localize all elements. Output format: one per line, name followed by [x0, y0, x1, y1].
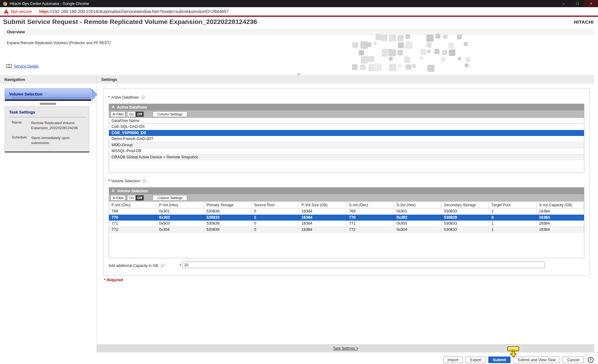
- overview-section-header: Overview: [4, 29, 594, 35]
- volume-row-selected[interactable]: 770 0x302 530833 1 16384 770 0x302 53083…: [109, 215, 584, 221]
- task-name-label: Name:: [12, 120, 22, 124]
- volume-selection-field-label: * Volume Selection:: [108, 179, 147, 183]
- cell: 769: [109, 208, 157, 214]
- collapse-double-chevron-icon: [112, 189, 115, 193]
- decorative-mosaic: [351, 34, 473, 73]
- not-secure-warning-icon[interactable]: !: [4, 9, 9, 13]
- volumes-column-settings-button[interactable]: Column Settings: [153, 195, 187, 201]
- required-note: * Required: [104, 278, 123, 282]
- volume-selection-panel-titlebar[interactable]: Volume Selection: [109, 188, 584, 194]
- active-dataflows-label-text: Active Dataflows:: [111, 95, 140, 100]
- filter-off-option[interactable]: Off: [135, 112, 144, 117]
- service-details[interactable]: Service Details: [6, 64, 39, 68]
- cell: 16384: [299, 215, 347, 221]
- minimize-icon[interactable]: –: [557, 0, 571, 7]
- required-note-text: Required: [107, 278, 123, 282]
- cursor-hint-dots: ...: [507, 346, 519, 351]
- maximize-icon[interactable]: □: [571, 0, 584, 7]
- collapse-double-chevron-icon: [112, 105, 115, 109]
- column-header[interactable]: P-Vol (Hex): [157, 202, 204, 208]
- volume-row[interactable]: 772 0x304 530839 0 16384 772 0x304 53083…: [109, 227, 584, 233]
- required-asterisk: *: [104, 278, 106, 282]
- filter-on-option[interactable]: On: [127, 112, 135, 117]
- cell: 770: [109, 215, 157, 221]
- nav-active-notch: [40, 103, 56, 105]
- dataflows-filter-toggle: On Off: [127, 111, 144, 117]
- capacity-input[interactable]: [182, 262, 545, 268]
- settings-panel-header: Settings: [97, 75, 594, 84]
- import-button[interactable]: Import: [443, 357, 463, 363]
- settings-heading: Settings: [101, 77, 117, 82]
- dataflow-row[interactable]: ORADB Global Active Device + Remote Snap…: [109, 154, 584, 161]
- volume-row[interactable]: 769 0x301 530839 0 16384 769 0x301 53083…: [109, 208, 584, 215]
- column-header[interactable]: Target Pool: [489, 202, 537, 208]
- hitachi-logo: HITACHI: [574, 19, 594, 25]
- required-asterisk: *: [108, 179, 110, 183]
- cell: 530833: [442, 221, 489, 226]
- nav-step-label: Volume Selection: [9, 92, 42, 96]
- cell: 530833: [442, 208, 489, 214]
- cursor-hint: ...: [507, 346, 520, 358]
- not-secure-label[interactable]: Not secure: [11, 9, 32, 14]
- window-title: Hitachi Ops Center Automator - Google Ch…: [10, 2, 89, 6]
- cell: 0x302: [394, 215, 442, 221]
- cursor-hint-arrow-icon: [509, 351, 517, 358]
- volume-row[interactable]: 771 0x303 530839 0 16384 771 0x303 53083…: [109, 221, 584, 227]
- cell: 16384: [537, 208, 584, 214]
- cell: 16384: [299, 221, 347, 226]
- page-title: Submit Service Request - Remote Replicat…: [3, 18, 257, 26]
- filter-on-option[interactable]: On: [127, 195, 135, 200]
- column-header[interactable]: Primary Storage: [204, 202, 252, 208]
- export-button[interactable]: Export: [466, 357, 486, 363]
- column-header[interactable]: S-Vol (Hex): [394, 202, 442, 208]
- task-settings-next-link[interactable]: Task Settings >: [333, 346, 358, 351]
- task-settings-heading: Task Settings: [9, 110, 35, 114]
- hint-bubble-icon[interactable]: [160, 264, 165, 268]
- task-settings-summary: Task Settings Name: Remote Replicated Vo…: [5, 106, 89, 152]
- cell: 530839: [204, 227, 252, 233]
- volume-selection-panel-title: Volume Selection: [117, 189, 148, 193]
- cancel-button[interactable]: Cancel: [563, 357, 584, 363]
- active-dataflows-panel: Active Dataflows Filter On Off Column Se…: [109, 104, 584, 173]
- red-accent-bar: [0, 16, 598, 17]
- column-header[interactable]: S-Vol Capacity (GB): [537, 202, 584, 208]
- help-icon[interactable]: ?: [588, 357, 594, 363]
- service-details-link[interactable]: Service Details: [14, 64, 39, 68]
- cell: 16384: [537, 215, 584, 221]
- cell: 16384: [299, 227, 347, 233]
- close-icon[interactable]: ×: [584, 0, 598, 7]
- column-header[interactable]: Source Pool: [252, 202, 299, 208]
- active-dataflows-panel-titlebar[interactable]: Active Dataflows: [109, 104, 584, 110]
- cell: 0: [489, 215, 537, 221]
- column-header[interactable]: Secondary Storage: [442, 202, 489, 208]
- dataflow-row[interactable]: Demo-French-GAD-JDT: [109, 136, 584, 142]
- dataflow-row[interactable]: MOD-Group: [109, 142, 584, 148]
- filter-off-option[interactable]: Off: [135, 195, 144, 200]
- url-text[interactable]: https://192.168.180.200:22016/Automation…: [39, 9, 229, 14]
- cell: 0: [252, 227, 299, 233]
- dataflow-row-selected[interactable]: COE_VSP5000_DS: [109, 130, 584, 136]
- volume-table-header: P-Vol (Dec) P-Vol (Hex) Primary Storage …: [109, 202, 584, 208]
- cell: 772: [347, 227, 394, 233]
- dataflows-column-settings-button[interactable]: Column Settings: [153, 111, 187, 117]
- hint-bubble-icon[interactable]: [141, 96, 145, 99]
- url-bar[interactable]: ! Not secure https://192.168.180.200:220…: [0, 7, 598, 16]
- column-header[interactable]: P-Vol Size (GB): [299, 202, 347, 208]
- dataflow-row[interactable]: MSSQL-Prod-DB: [109, 148, 584, 154]
- column-header[interactable]: P-Vol (Dec): [109, 202, 157, 208]
- nav-step-volume-selection[interactable]: Volume Selection: [5, 88, 91, 101]
- filter-chevron-icon: [112, 197, 115, 199]
- required-asterisk: *: [108, 95, 110, 100]
- submit-and-view-task-button[interactable]: Submit and View Task: [513, 357, 560, 363]
- task-schedule-label: Schedule:: [12, 135, 28, 139]
- volume-selection-label-text: Volume Selection:: [111, 179, 141, 183]
- column-header[interactable]: S-Vol (Dec): [347, 202, 394, 208]
- volumes-filter-button[interactable]: Filter: [111, 195, 126, 201]
- dataflow-column-header[interactable]: DataFlow Name: [109, 118, 584, 124]
- cell: 16384: [537, 227, 584, 233]
- hint-bubble-icon[interactable]: [142, 179, 147, 183]
- dataflow-row[interactable]: CoE-SQL-GAD-DS: [109, 124, 584, 130]
- task-name-value: Remote Replicated Volume Expansion_20220…: [31, 120, 85, 130]
- dataflows-filter-button[interactable]: Filter: [111, 111, 126, 117]
- cell: 772: [109, 227, 157, 233]
